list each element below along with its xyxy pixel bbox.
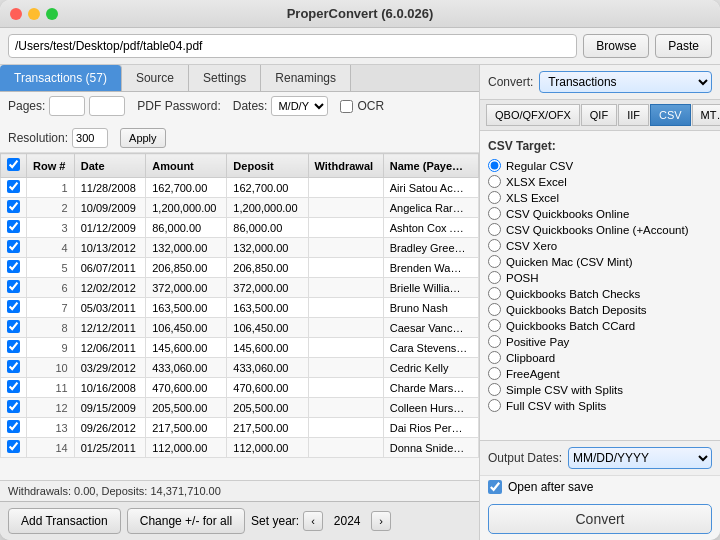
row-checkbox[interactable] [7,420,20,433]
csv-option-item[interactable]: Simple CSV with Splits [488,383,712,396]
csv-option-radio[interactable] [488,319,501,332]
open-after-save-label: Open after save [508,480,593,494]
row-checkbox[interactable] [7,440,20,453]
row-checkbox[interactable] [7,180,20,193]
row-checkbox[interactable] [7,200,20,213]
set-year-label: Set year: [251,514,299,528]
tab-transactions[interactable]: Transactions (57) [0,65,122,91]
csv-option-item[interactable]: CSV Xero [488,239,712,252]
col-header-name: Name (Paye… [383,154,478,178]
csv-option-radio[interactable] [488,175,501,188]
row-checkbox[interactable] [7,260,20,273]
row-withdrawal [308,258,383,278]
table-row: 7 05/03/2011 163,500.00 163,500.00 Bruno… [1,298,479,318]
csv-option-item[interactable]: Quickbooks Batch Checks [488,287,712,300]
table-row: 10 03/29/2012 433,060.00 433,060.00 Cedr… [1,358,479,378]
fmt-tab-qbo[interactable]: QBO/QFX/OFX [486,104,580,126]
ocr-checkbox[interactable] [340,100,353,113]
csv-option-radio[interactable] [488,399,501,412]
row-checkbox[interactable] [7,220,20,233]
close-button[interactable] [10,8,22,20]
csv-option-radio[interactable] [488,271,501,284]
tab-source[interactable]: Source [122,65,189,91]
csv-option-radio[interactable] [488,335,501,348]
csv-option-item[interactable]: FreeAgent [488,367,712,380]
file-path-input[interactable] [8,34,577,58]
csv-option-item[interactable]: Positive Pay [488,335,712,348]
row-number: 11 [27,378,75,398]
csv-option-radio[interactable] [488,255,501,268]
year-prev-button[interactable]: ‹ [303,511,323,531]
resolution-input[interactable] [72,128,108,148]
row-date: 12/02/2012 [74,278,146,298]
ocr-group: OCR [340,99,384,113]
csv-option-radio[interactable] [488,367,501,380]
csv-option-item[interactable]: CSV Quickbooks Online [488,207,712,220]
select-all-checkbox[interactable] [7,158,20,171]
csv-option-label: CSV Quickbooks Online [506,208,629,220]
csv-option-radio[interactable] [488,287,501,300]
pages-from-input[interactable] [49,96,85,116]
row-withdrawal [308,198,383,218]
table-row: 8 12/12/2011 106,450.00 106,450.00 Caesa… [1,318,479,338]
csv-option-item[interactable]: Quicken Mac (CSV Mint) [488,255,712,268]
table-row: 14 01/25/2011 112,000.00 112,000.00 Donn… [1,438,479,458]
open-after-save-checkbox[interactable] [488,480,502,494]
paste-button[interactable]: Paste [655,34,712,58]
apply-button[interactable]: Apply [120,128,166,148]
csv-option-radio[interactable] [488,239,501,252]
fmt-tab-mt[interactable]: MT… [692,104,720,126]
fmt-tab-csv[interactable]: CSV [650,104,691,126]
row-checkbox[interactable] [7,240,20,253]
csv-option-radio[interactable] [488,351,501,364]
row-checkbox[interactable] [7,320,20,333]
csv-option-label: Quickbooks Batch Checks [506,288,640,300]
tab-renamings[interactable]: Renamings [261,65,351,91]
csv-option-item[interactable]: Quickbooks Batch CCard [488,319,712,332]
row-number: 3 [27,218,75,238]
col-header-amount: Amount [146,154,227,178]
maximize-button[interactable] [46,8,58,20]
fmt-tab-qif[interactable]: QIF [581,104,617,126]
csv-option-item[interactable]: Clipboard [488,351,712,364]
convert-button[interactable]: Convert [488,504,712,534]
add-transaction-button[interactable]: Add Transaction [8,508,121,534]
row-checkbox[interactable] [7,360,20,373]
main-content: Transactions (57) Source Settings Renami… [0,65,720,540]
change-for-all-button[interactable]: Change +/- for all [127,508,245,534]
csv-option-item[interactable]: XLSX Excel [488,175,712,188]
row-checkbox-cell [1,438,27,458]
csv-option-radio[interactable] [488,223,501,236]
row-checkbox-cell [1,178,27,198]
csv-option-item[interactable]: Regular CSV [488,159,712,172]
output-dates-select[interactable]: MM/DD/YYYY [568,447,712,469]
minimize-button[interactable] [28,8,40,20]
row-checkbox[interactable] [7,400,20,413]
convert-select[interactable]: Transactions [539,71,712,93]
fmt-tab-iif[interactable]: IIF [618,104,649,126]
csv-option-label: Full CSV with Splits [506,400,606,412]
table-row: 3 01/12/2009 86,000.00 86,000.00 Ashton … [1,218,479,238]
csv-option-item[interactable]: CSV Quickbooks Online (+Account) [488,223,712,236]
csv-option-radio[interactable] [488,383,501,396]
csv-option-radio[interactable] [488,303,501,316]
year-next-button[interactable]: › [371,511,391,531]
row-checkbox[interactable] [7,300,20,313]
csv-option-item[interactable]: XLS Excel [488,191,712,204]
browse-button[interactable]: Browse [583,34,649,58]
csv-option-item[interactable]: POSH [488,271,712,284]
pages-to-input[interactable] [89,96,125,116]
csv-option-item[interactable]: Quickbooks Batch Deposits [488,303,712,316]
row-checkbox[interactable] [7,280,20,293]
csv-option-radio[interactable] [488,207,501,220]
row-withdrawal [308,298,383,318]
row-checkbox[interactable] [7,340,20,353]
csv-option-item[interactable]: Full CSV with Splits [488,399,712,412]
date-format-select[interactable]: M/D/Y [271,96,328,116]
row-amount: 163,500.00 [146,298,227,318]
csv-option-radio[interactable] [488,159,501,172]
row-checkbox[interactable] [7,380,20,393]
table-row: 6 12/02/2012 372,000.00 372,000.00 Briel… [1,278,479,298]
tab-settings[interactable]: Settings [189,65,261,91]
csv-option-radio[interactable] [488,191,501,204]
